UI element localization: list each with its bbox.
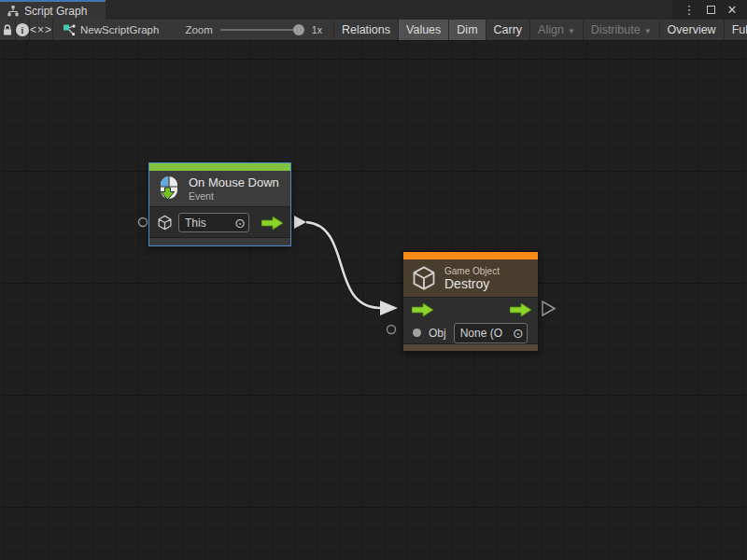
graph-toolbar: i <×> NewScriptGraph Zoom 1x Relations V… [0, 20, 747, 41]
maximize-icon[interactable] [703, 3, 718, 18]
node-subtitle: Event [189, 190, 279, 202]
relations-button[interactable]: Relations [334, 20, 399, 40]
node-footer [403, 343, 538, 351]
destroy-obj-input-port[interactable] [388, 326, 396, 334]
destroy-accent-bar [403, 252, 538, 259]
view-toggle-buttons: Relations Values Dim Carry Align ▼ Distr… [333, 20, 747, 40]
target-field[interactable]: This ⊙ [178, 213, 249, 232]
node-on-mouse-down[interactable]: On Mouse Down Event This ⊙ [148, 162, 291, 246]
node-destroy[interactable]: Game Object Destroy Obj None (O ⊙ [402, 251, 539, 352]
code-toggle-icon: <×> [30, 23, 52, 36]
info-icon: i [16, 23, 29, 36]
chevron-down-icon: ▼ [568, 27, 575, 35]
window-controls: ⋮ ✕ [672, 0, 747, 20]
node-footer [149, 237, 290, 245]
node-header: On Mouse Down Event [149, 171, 290, 206]
graph-breadcrumb[interactable]: NewScriptGraph [53, 20, 159, 40]
graph-hierarchy-icon [7, 5, 20, 18]
object-picker-icon[interactable]: ⊙ [513, 327, 524, 340]
graph-canvas[interactable]: On Mouse Down Event This ⊙ [0, 41, 747, 560]
obj-param-label: Obj [429, 327, 446, 340]
tab-bar: Script Graph ⋮ ✕ [0, 0, 747, 20]
close-icon[interactable]: ✕ [725, 3, 740, 18]
destroy-flow-output-port[interactable] [543, 301, 555, 315]
obj-field-value: None (O [460, 327, 509, 340]
obj-field[interactable]: None (O ⊙ [454, 323, 528, 343]
obj-value-port[interactable] [413, 329, 421, 337]
node-body: Obj None (O ⊙ [403, 297, 538, 343]
event-target-input-port[interactable] [139, 218, 148, 227]
node-category: Game Object [444, 266, 500, 276]
event-accent-bar [149, 163, 290, 171]
gameobject-cube-icon [157, 215, 173, 231]
connection-wire-shadow [306, 222, 380, 308]
lock-button[interactable] [0, 20, 16, 40]
distribute-dropdown[interactable]: Distribute ▼ [584, 20, 660, 40]
node-title: On Mouse Down [189, 175, 279, 189]
dim-button[interactable]: Dim [449, 20, 486, 40]
gameobject-cube-icon [411, 265, 437, 291]
code-toggle-button[interactable]: <×> [30, 20, 53, 40]
tab-script-graph[interactable]: Script Graph [0, 0, 106, 20]
flow-arrow-in-icon [412, 303, 433, 316]
overview-button[interactable]: Overview [660, 20, 725, 40]
lock-icon [0, 22, 15, 37]
zoom-label: Zoom [185, 24, 212, 35]
zoom-slider[interactable] [220, 29, 304, 31]
flow-arrow-icon [261, 217, 283, 230]
tab-well [106, 0, 672, 20]
target-field-value: This [185, 217, 231, 230]
zoom-control: Zoom 1x [185, 20, 322, 40]
info-button[interactable]: i [16, 20, 30, 40]
tab-title: Script Graph [24, 5, 87, 18]
zoom-value: 1x [312, 24, 322, 35]
node-body: This ⊙ [149, 206, 290, 237]
window-menu-icon[interactable]: ⋮ [682, 3, 697, 18]
script-graph-asset-icon [63, 23, 76, 36]
graph-name: NewScriptGraph [80, 24, 159, 35]
carry-button[interactable]: Carry [486, 20, 531, 40]
zoom-slider-handle[interactable] [293, 24, 304, 35]
values-button[interactable]: Values [399, 20, 449, 40]
align-dropdown[interactable]: Align ▼ [530, 20, 584, 40]
flow-arrow-out-icon [510, 303, 531, 316]
fullscreen-button[interactable]: Full S [725, 20, 747, 40]
connection-layer [0, 41, 747, 560]
mouse-down-icon [157, 175, 181, 202]
node-header: Game Object Destroy [403, 259, 538, 297]
chevron-down-icon: ▼ [644, 27, 652, 35]
event-flow-output-port[interactable] [294, 216, 306, 229]
object-picker-icon[interactable]: ⊙ [234, 217, 246, 230]
connection-arrowhead [380, 301, 398, 315]
node-title: Destroy [444, 276, 500, 291]
